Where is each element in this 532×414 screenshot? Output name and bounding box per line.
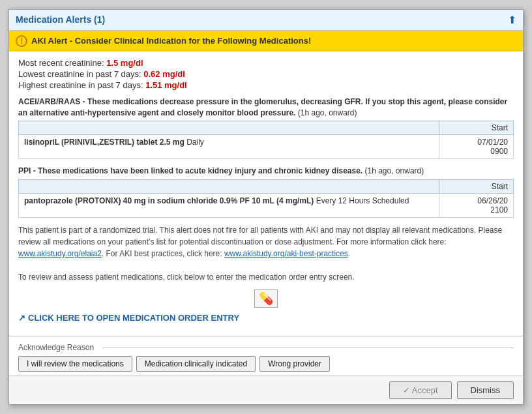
creatinine-lowest: Lowest creatinine in past 7 days: 0.62 m… [18, 69, 514, 79]
acei-med-name: lisinopriL (PRINIVIL,ZESTRIL) tablet 2.5… [19, 135, 439, 159]
creatinine-section: Most recent creatinine: 1.5 mg/dl Lowest… [18, 58, 514, 90]
acei-description: ACEI/ARB/RAAS - These medications decrea… [18, 96, 514, 119]
warning-icon: ! [16, 35, 27, 47]
medication-icon: 💊 [254, 289, 278, 308]
ack-btn-review[interactable]: I will review the medications [18, 356, 132, 372]
acei-section: ACEI/ARB/RAAS - These medications decrea… [18, 96, 514, 160]
elaia2-link[interactable]: www.akistudy.org/elaia2 [18, 249, 102, 258]
creatinine-most-recent-val: 1.5 mg/dl [106, 58, 143, 68]
ppi-med-table: Start pantoprazole (PROTONIX) 40 mg in s… [18, 179, 514, 218]
footnote-text2: . For AKI best practices, click here: [102, 249, 224, 258]
table-row: lisinopriL (PRINIVIL,ZESTRIL) tablet 2.5… [19, 135, 514, 159]
link-arrow-icon: ↗ [18, 313, 25, 323]
ack-btn-wrong-provider[interactable]: Wrong provider [259, 356, 330, 372]
footnote-text3: . [348, 249, 350, 258]
dismiss-button[interactable]: Dismiss [457, 381, 514, 399]
content-area: Most recent creatinine: 1.5 mg/dl Lowest… [9, 52, 523, 336]
ppi-section: PPI - These medications have been linked… [18, 166, 514, 218]
dialog-header: Medication Alerts (1) ⬆ [9, 10, 523, 31]
alert-banner: ! AKI Alert - Consider Clinical Indicati… [9, 31, 523, 52]
creatinine-highest-val: 1.51 mg/dl [145, 80, 187, 90]
dialog-footer: ✓ Accept Dismiss [9, 376, 523, 404]
aki-best-practices-link[interactable]: www.akistudy.org/aki-best-practices [224, 249, 348, 258]
creatinine-most-recent: Most recent creatinine: 1.5 mg/dl [18, 58, 514, 68]
dialog-title: Medication Alerts (1) [16, 14, 105, 25]
accept-button[interactable]: ✓ Accept [389, 381, 452, 399]
acknowledge-section: Acknowledge Reason I will review the med… [9, 336, 523, 376]
ppi-med-start: 06/26/202100 [439, 194, 514, 218]
ppi-table-header-start: Start [439, 180, 514, 194]
ppi-description: PPI - These medications have been linked… [18, 166, 514, 177]
alert-banner-text: AKI Alert - Consider Clinical Indication… [31, 36, 311, 46]
table-row: pantoprazole (PROTONIX) 40 mg in sodium … [19, 194, 514, 218]
acei-table-header-start: Start [439, 121, 514, 135]
collapse-icon[interactable]: ⬆ [508, 14, 516, 26]
open-med-order-link[interactable]: ↗ CLICK HERE TO OPEN MEDICATION ORDER EN… [18, 313, 514, 323]
acknowledge-label: Acknowledge Reason [18, 343, 514, 352]
footnote-text1: This patient is part of a randomized tri… [18, 226, 502, 246]
creatinine-lowest-val: 0.62 mg/dl [143, 69, 185, 79]
footnote-section: This patient is part of a randomized tri… [18, 224, 514, 283]
med-icon-area: 💊 [18, 289, 514, 308]
acei-table-header-name [19, 121, 439, 135]
open-med-link-text: CLICK HERE TO OPEN MEDICATION ORDER ENTR… [28, 313, 239, 323]
acei-med-start: 07/01/200900 [439, 135, 514, 159]
acknowledge-buttons: I will review the medications Medication… [18, 356, 514, 372]
ack-btn-clinically-indicated[interactable]: Medication clinically indicated [136, 356, 256, 372]
ppi-med-name: pantoprazole (PROTONIX) 40 mg in sodium … [19, 194, 439, 218]
acei-med-table: Start lisinopriL (PRINIVIL,ZESTRIL) tabl… [18, 121, 514, 159]
ppi-table-header-name [19, 180, 439, 194]
medication-alerts-dialog: Medication Alerts (1) ⬆ ! AKI Alert - Co… [8, 9, 524, 405]
footnote-text4: To review and assess patient medications… [18, 273, 355, 282]
creatinine-highest: Highest creatinine in past 7 days: 1.51 … [18, 80, 514, 90]
